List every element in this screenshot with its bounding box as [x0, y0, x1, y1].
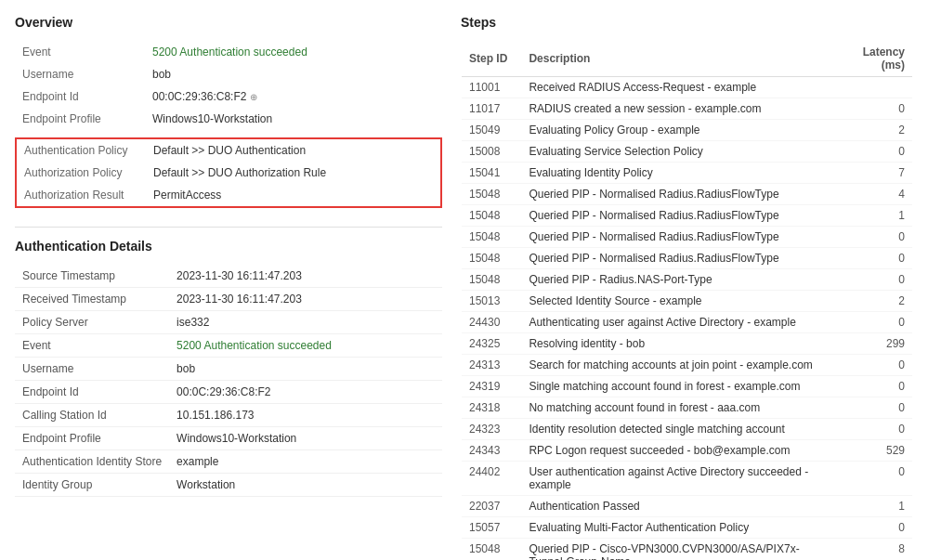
step-description: Selected Identity Source - example [521, 291, 838, 312]
auth-detail-value: 10.151.186.173 [169, 404, 442, 427]
step-row: 15041Evaluating Identity Policy7 [462, 163, 912, 184]
step-row: 24343RPC Logon request succeeded - bob@e… [462, 440, 912, 462]
auth-detail-label: Username [15, 358, 169, 381]
step-row: 24325Resolving identity - bob299 [462, 333, 912, 355]
auth-detail-row: Source Timestamp2023-11-30 16:11:47.203 [15, 265, 442, 288]
step-latency: 529 [838, 440, 912, 462]
steps-table: Step ID Description Latency (ms) 11001Re… [461, 41, 913, 560]
auth-detail-row: Usernamebob [15, 358, 442, 381]
step-row: 15013Selected Identity Source - example2 [462, 291, 912, 312]
step-latency: 0 [838, 397, 912, 419]
step-latency: 0 [838, 248, 912, 269]
highlighted-value: Default >> DUO Authentication [146, 138, 441, 162]
overview-label: Event [15, 41, 145, 63]
auth-detail-value: example [169, 450, 442, 474]
step-description: Identity resolution detected single matc… [521, 419, 838, 440]
step-description: RADIUS created a new session - example.c… [521, 98, 838, 120]
step-id: 22037 [462, 496, 521, 517]
step-description: Queried PIP - Radius.NAS-Port-Type [521, 269, 838, 291]
highlighted-row: Authorization ResultPermitAccess [16, 184, 441, 207]
highlighted-row: Authorization PolicyDefault >> DUO Autho… [16, 162, 441, 184]
step-id: 11001 [462, 77, 521, 98]
overview-row: Endpoint ProfileWindows10-Workstation [15, 108, 442, 130]
step-latency: 7 [838, 163, 912, 184]
step-description: RPC Logon request succeeded - bob@exampl… [521, 440, 838, 462]
step-latency: 0 [838, 141, 912, 163]
auth-detail-row: Received Timestamp2023-11-30 16:11:47.20… [15, 288, 442, 311]
auth-detail-label: Authentication Identity Store [15, 450, 169, 474]
overview-label: Endpoint Id [15, 85, 145, 108]
step-row: 15008Evaluating Service Selection Policy… [462, 141, 912, 163]
step-row: 15048Queried PIP - Normalised Radius.Rad… [462, 227, 912, 248]
auth-detail-label: Endpoint Profile [15, 427, 169, 450]
step-latency: 8 [838, 539, 912, 561]
auth-detail-row: Endpoint Id00:0C:29:36:C8:F2 [15, 381, 442, 404]
overview-section: Overview Event5200 Authentication succee… [15, 15, 442, 208]
auth-detail-value[interactable]: 5200 Authentication succeeded [169, 334, 442, 358]
step-row: 24323Identity resolution detected single… [462, 419, 912, 440]
auth-detail-value: 2023-11-30 16:11:47.203 [169, 288, 442, 311]
highlighted-label: Authorization Policy [16, 162, 146, 184]
step-id: 15013 [462, 291, 521, 312]
auth-detail-value: Workstation [169, 474, 442, 497]
auth-detail-value: 2023-11-30 16:11:47.203 [169, 265, 442, 288]
auth-detail-row: Event5200 Authentication succeeded [15, 334, 442, 358]
step-description: Queried PIP - Normalised Radius.RadiusFl… [521, 227, 838, 248]
step-row: 15048Queried PIP - Normalised Radius.Rad… [462, 205, 912, 227]
step-id: 24319 [462, 376, 521, 397]
step-id: 15008 [462, 141, 521, 163]
steps-section: Steps Step ID Description Latency (ms) 1… [461, 15, 913, 560]
step-id: 15041 [462, 163, 521, 184]
auth-details-table: Source Timestamp2023-11-30 16:11:47.203R… [15, 265, 442, 497]
step-id: 24313 [462, 355, 521, 376]
step-id: 15057 [462, 517, 521, 539]
step-description: Queried PIP - Cisco-VPN3000.CVPN3000/ASA… [521, 539, 838, 561]
step-latency: 1 [838, 496, 912, 517]
step-latency: 2 [838, 120, 912, 141]
auth-detail-value: bob [169, 358, 442, 381]
step-id: 24323 [462, 419, 521, 440]
col-step-id: Step ID [462, 41, 521, 77]
step-description: Evaluating Multi-Factor Authentication P… [521, 517, 838, 539]
step-latency: 0 [838, 517, 912, 539]
step-row: 22037Authentication Passed1 [462, 496, 912, 517]
copy-icon[interactable]: ⊕ [250, 92, 257, 102]
step-latency [838, 77, 912, 98]
step-id: 15048 [462, 227, 521, 248]
step-row: 15048Queried PIP - Normalised Radius.Rad… [462, 248, 912, 269]
overview-value: Windows10-Workstation [145, 108, 442, 130]
overview-title: Overview [15, 15, 442, 30]
step-description: Evaluating Policy Group - example [521, 120, 838, 141]
col-latency: Latency (ms) [838, 41, 912, 77]
auth-detail-label: Received Timestamp [15, 288, 169, 311]
step-row: 24430Authenticating user against Active … [462, 312, 912, 333]
step-row: 24318No matching account found in forest… [462, 397, 912, 419]
overview-value: 00:0C:29:36:C8:F2⊕ [145, 85, 442, 108]
step-latency: 2 [838, 291, 912, 312]
step-description: Authenticating user against Active Direc… [521, 312, 838, 333]
step-id: 15048 [462, 205, 521, 227]
overview-row: Endpoint Id00:0C:29:36:C8:F2⊕ [15, 85, 442, 108]
auth-detail-row: Endpoint ProfileWindows10-Workstation [15, 427, 442, 450]
step-description: Authentication Passed [521, 496, 838, 517]
step-id: 15048 [462, 248, 521, 269]
step-row: 15048Queried PIP - Cisco-VPN3000.CVPN300… [462, 539, 912, 561]
step-latency: 0 [838, 227, 912, 248]
overview-value: bob [145, 63, 442, 85]
step-row: 15049Evaluating Policy Group - example2 [462, 120, 912, 141]
step-id: 15048 [462, 269, 521, 291]
step-id: 24402 [462, 462, 521, 496]
step-row: 24402User authentication against Active … [462, 462, 912, 496]
overview-value[interactable]: 5200 Authentication succeeded [145, 41, 442, 63]
step-description: Queried PIP - Normalised Radius.RadiusFl… [521, 248, 838, 269]
steps-title: Steps [461, 15, 913, 30]
step-row: 11001Received RADIUS Access-Request - ex… [462, 77, 912, 98]
auth-detail-label: Identity Group [15, 474, 169, 497]
auth-detail-value: 00:0C:29:36:C8:F2 [169, 381, 442, 404]
auth-detail-label: Source Timestamp [15, 265, 169, 288]
overview-row: Usernamebob [15, 63, 442, 85]
auth-detail-label: Policy Server [15, 311, 169, 334]
auth-detail-row: Identity GroupWorkstation [15, 474, 442, 497]
highlighted-row: Authentication PolicyDefault >> DUO Auth… [16, 138, 441, 162]
step-id: 15048 [462, 539, 521, 561]
